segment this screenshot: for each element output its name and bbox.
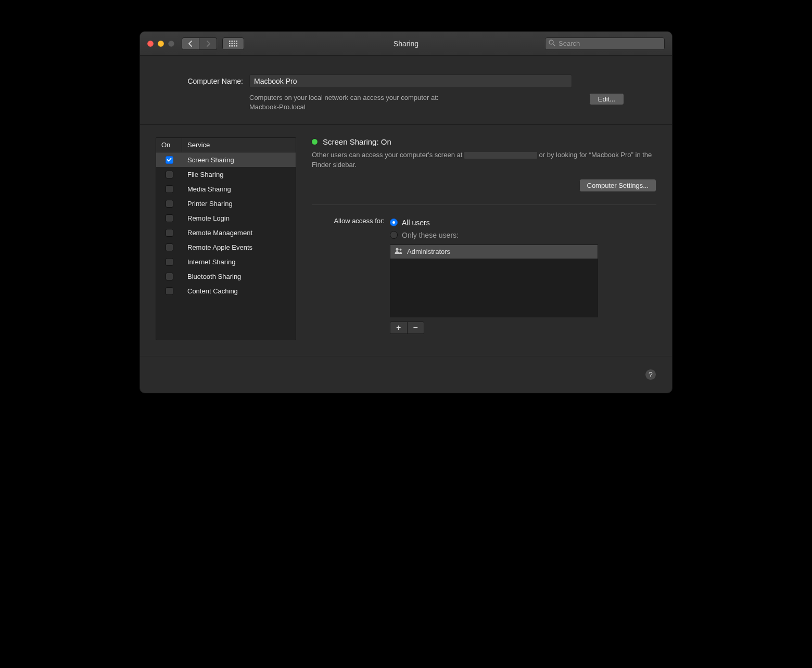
svg-line-13 [553, 44, 555, 46]
minimize-window-button[interactable] [158, 41, 164, 47]
radio-only-users-label: Only these users: [402, 231, 459, 239]
footer: ? [140, 356, 672, 393]
service-toggle[interactable] [166, 171, 173, 178]
computer-name-description: Computers on your local network can acce… [249, 93, 589, 112]
access-section: Allow access for: All users Only these u… [312, 216, 656, 334]
nav-buttons [182, 37, 217, 50]
service-row[interactable]: Screen Sharing [156, 152, 296, 167]
search-icon [549, 40, 555, 48]
service-row[interactable]: Content Caching [156, 284, 296, 298]
titlebar: Sharing [140, 32, 672, 56]
service-name: Media Sharing [182, 185, 231, 193]
svg-point-14 [396, 248, 398, 251]
access-options: All users Only these users: Administrato… [390, 216, 598, 334]
window-controls [147, 41, 174, 47]
svg-rect-8 [229, 45, 231, 47]
svg-rect-0 [229, 41, 231, 42]
services-table: On Service Screen SharingFile SharingMed… [156, 137, 296, 340]
service-toggle[interactable] [166, 243, 173, 251]
access-label: Allow access for: [312, 216, 390, 334]
access-option-only[interactable]: Only these users: [390, 229, 598, 241]
service-toggle[interactable] [166, 229, 173, 237]
service-row[interactable]: Bluetooth Sharing [156, 269, 296, 284]
computer-settings-button[interactable]: Computer Settings... [579, 179, 657, 192]
service-name: Remote Management [182, 229, 252, 237]
service-toggle[interactable] [166, 185, 173, 193]
service-row[interactable]: Remote Management [156, 225, 296, 240]
service-toggle[interactable] [166, 273, 173, 280]
svg-rect-5 [232, 43, 233, 44]
radio-only-users[interactable] [390, 231, 398, 239]
close-window-button[interactable] [147, 41, 154, 47]
services-header-service: Service [182, 141, 210, 149]
user-row[interactable]: Administrators [390, 245, 598, 259]
chevron-left-icon [188, 41, 193, 47]
search-input[interactable] [557, 39, 661, 48]
service-name: Printer Sharing [182, 200, 233, 208]
service-toggle[interactable] [166, 287, 173, 295]
search-field[interactable] [545, 37, 665, 50]
svg-rect-1 [232, 41, 233, 42]
grid-icon [229, 41, 237, 47]
svg-rect-3 [236, 41, 238, 42]
svg-point-15 [400, 249, 402, 251]
service-toggle[interactable] [166, 156, 173, 164]
chevron-right-icon [206, 41, 210, 47]
status-description: Other users can access your computer's s… [312, 150, 656, 169]
service-row[interactable]: Printer Sharing [156, 196, 296, 211]
add-user-button[interactable]: + [390, 322, 408, 333]
services-header-on: On [156, 138, 182, 152]
computer-name-panel: Computer Name: Computers on your local n… [140, 56, 672, 125]
radio-all-users-label: All users [402, 219, 430, 227]
forward-button[interactable] [199, 37, 217, 50]
service-toggle[interactable] [166, 200, 173, 208]
computer-name-input[interactable] [249, 74, 572, 88]
service-name: Remote Login [182, 214, 230, 222]
redacted-address [464, 152, 537, 159]
edit-hostname-button[interactable]: Edit... [589, 93, 624, 105]
svg-rect-7 [236, 43, 238, 44]
service-row[interactable]: File Sharing [156, 167, 296, 182]
svg-rect-6 [234, 43, 235, 44]
service-row[interactable]: Remote Apple Events [156, 240, 296, 254]
service-name: Internet Sharing [182, 258, 236, 266]
svg-rect-10 [234, 45, 235, 47]
service-name: Bluetooth Sharing [182, 273, 241, 280]
services-body: Screen SharingFile SharingMedia SharingP… [156, 152, 296, 340]
add-remove-buttons: + − [390, 322, 424, 334]
access-option-all[interactable]: All users [390, 216, 598, 229]
computer-name-label: Computer Name: [156, 77, 249, 85]
zoom-window-button[interactable] [168, 41, 174, 47]
status-title: Screen Sharing: On [323, 137, 391, 146]
service-name: Screen Sharing [182, 156, 234, 164]
radio-all-users[interactable] [390, 219, 398, 226]
service-toggle[interactable] [166, 258, 173, 266]
service-row[interactable]: Remote Login [156, 211, 296, 225]
svg-rect-4 [229, 43, 231, 44]
status-heading: Screen Sharing: On [312, 137, 656, 146]
service-detail: Screen Sharing: On Other users can acces… [312, 137, 656, 340]
main-area: On Service Screen SharingFile SharingMed… [140, 125, 672, 356]
allowed-users-list[interactable]: Administrators [390, 245, 598, 317]
user-row-name: Administrators [407, 248, 450, 255]
show-all-button[interactable] [222, 37, 244, 50]
divider [312, 204, 656, 205]
service-toggle[interactable] [166, 214, 173, 222]
back-button[interactable] [182, 37, 199, 50]
preferences-window: Sharing Computer Name: Computers on your… [139, 31, 673, 393]
users-icon [395, 248, 403, 255]
services-header: On Service [156, 138, 296, 152]
service-name: File Sharing [182, 171, 223, 178]
remove-user-button[interactable]: − [408, 322, 424, 333]
svg-rect-2 [234, 41, 235, 42]
help-button[interactable]: ? [645, 369, 656, 380]
service-name: Remote Apple Events [182, 243, 252, 251]
svg-rect-9 [232, 45, 233, 47]
service-name: Content Caching [182, 287, 238, 295]
service-row[interactable]: Internet Sharing [156, 254, 296, 269]
svg-rect-11 [236, 45, 238, 47]
service-row[interactable]: Media Sharing [156, 182, 296, 196]
status-indicator-icon [312, 139, 318, 145]
